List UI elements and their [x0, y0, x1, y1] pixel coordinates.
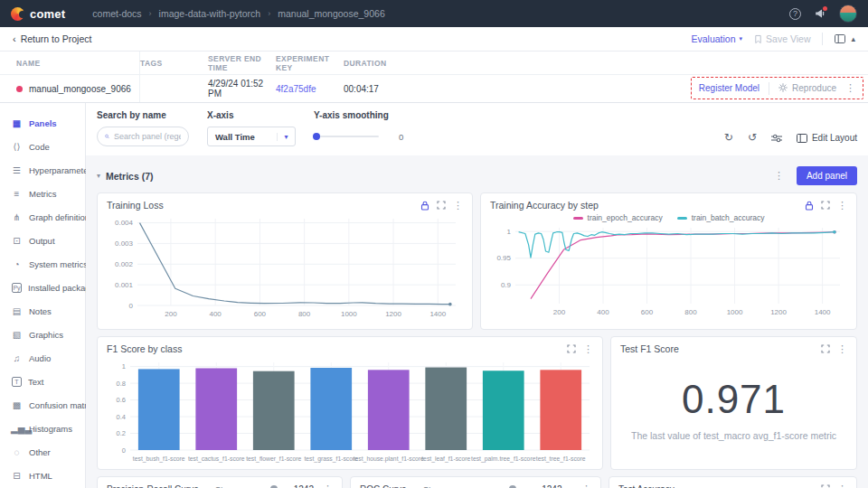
sidebar-item-metrics[interactable]: ≡Metrics	[0, 182, 85, 205]
refresh-icon[interactable]: ↻	[724, 132, 733, 143]
breadcrumb-item[interactable]: image-data-with-pytorch	[159, 8, 261, 19]
reproduce-button[interactable]: Reproduce	[778, 83, 836, 94]
return-to-project-label: Return to Project	[21, 33, 92, 44]
expand-icon[interactable]	[821, 484, 830, 488]
histograms-icon: ▂▅▃	[11, 424, 23, 434]
comet-logo[interactable]: comet	[11, 7, 65, 21]
sidebar-item-graphics[interactable]: ▧Graphics	[0, 323, 85, 346]
step-label: Step	[215, 484, 233, 488]
panel-more-menu-icon[interactable]: ⋮	[583, 344, 593, 354]
column-header-server-end-time: SERVER END TIME	[208, 54, 276, 72]
sidebar-item-code[interactable]: ⟨⟩Code	[0, 135, 85, 158]
edit-layout-label: Edit Layout	[812, 133, 857, 143]
sidebar-item-other[interactable]: ◌Other	[0, 440, 85, 464]
sidebar-item-audio[interactable]: ♫Audio	[0, 346, 85, 370]
hyperparameters-icon: ☰	[11, 165, 23, 175]
sidebar-item-output[interactable]: ⊡Output	[0, 229, 85, 252]
panel-title: ROC Curve	[360, 484, 407, 488]
expand-icon[interactable]	[437, 201, 446, 210]
sidebar-item-panels[interactable]: ▦Panels	[0, 111, 85, 135]
expand-icon[interactable]	[821, 344, 830, 353]
training-accuracy-chart: 2004006008001000120014000.90.951	[490, 224, 847, 318]
f1-by-class-title: F1 Score by class	[107, 343, 182, 354]
section-more-menu-icon[interactable]: ⋮	[774, 171, 784, 181]
training-loss-title: Training Loss	[107, 200, 164, 211]
step-slider[interactable]	[241, 484, 285, 488]
code-icon: ⟨⟩	[11, 142, 23, 152]
divider	[822, 33, 823, 45]
announcements-icon[interactable]	[815, 8, 826, 19]
sidebar-item-installed-packages[interactable]: PyInstalled packages	[0, 276, 85, 299]
view-selector-dropdown[interactable]: Evaluation ▾	[691, 33, 742, 44]
step-slider[interactable]	[449, 484, 533, 488]
sidebar-item-html[interactable]: ⊟HTML	[0, 464, 85, 487]
bookmark-icon	[754, 34, 762, 44]
output-icon: ⊡	[11, 236, 23, 246]
svg-text:0.95: 0.95	[496, 254, 511, 262]
expand-icon[interactable]	[821, 201, 830, 210]
register-model-button[interactable]: Register Model	[699, 83, 760, 93]
comet-logo-icon	[11, 7, 24, 21]
sidebar-item-label: Metrics	[29, 189, 57, 199]
help-icon[interactable]: ?	[789, 8, 801, 20]
filter-sliders-icon[interactable]	[771, 134, 782, 143]
f1-by-class-panel: F1 Score by class ⋮ 00.20.40.60.81test_b…	[97, 336, 603, 470]
svg-text:200: 200	[165, 310, 177, 318]
sidebar-item-hyperparameters[interactable]: ☰Hyperparameters	[0, 158, 85, 182]
save-view-button[interactable]: Save View	[754, 33, 810, 44]
smoothing-slider-handle[interactable]	[313, 133, 320, 140]
panel-more-menu-icon[interactable]: ⋮	[323, 484, 333, 488]
chevron-left-icon: ‹	[13, 33, 16, 44]
svg-text:test_grass_f1-score: test_grass_f1-score	[304, 455, 358, 463]
expand-icon[interactable]	[567, 344, 576, 353]
panel-more-menu-icon[interactable]: ⋮	[837, 344, 847, 354]
experiment-key-link[interactable]: 4f2a75dfe	[276, 84, 316, 94]
svg-text:1400: 1400	[815, 308, 831, 316]
test-f1-caption: The last value of test_macro avg_f1-scor…	[631, 430, 836, 441]
user-avatar[interactable]	[839, 5, 857, 23]
sidebar-item-graph-definition[interactable]: ⋔Graph definition	[0, 205, 85, 229]
svg-text:test_bush_f1-score: test_bush_f1-score	[133, 455, 185, 463]
add-panel-button[interactable]: Add panel	[797, 166, 857, 185]
panel-controls-bar: Search by name X-axis Wall Time ▾ Y-axis…	[86, 103, 868, 155]
auto-refresh-icon[interactable]: ↺	[748, 132, 757, 143]
legend-item-train_batch_accuracy[interactable]: train_batch_accuracy	[677, 213, 765, 222]
search-input[interactable]	[114, 132, 181, 141]
panel-more-menu-icon[interactable]: ⋮	[581, 484, 591, 488]
sidebar-item-label: Histograms	[29, 424, 72, 434]
confusion-matrix-icon: ▩	[11, 400, 23, 410]
sidebar-item-confusion-matrix[interactable]: ▩Confusion matrix	[0, 393, 85, 417]
layout-icon	[797, 134, 807, 143]
svg-text:400: 400	[209, 310, 222, 318]
sidebar-item-text[interactable]: TText	[0, 370, 85, 393]
svg-text:1400: 1400	[429, 310, 446, 318]
section-collapse-icon[interactable]: ▾	[97, 172, 100, 180]
panel-more-menu-icon[interactable]: ⋮	[837, 201, 847, 211]
graphics-icon: ▧	[11, 330, 23, 340]
smoothing-value: 0	[399, 132, 403, 142]
panel-more-menu-icon[interactable]: ⋮	[837, 484, 847, 488]
legend-item-train_epoch_accuracy[interactable]: train_epoch_accuracy	[573, 213, 663, 222]
chevron-down-icon: ▾	[277, 133, 295, 141]
sidebar-item-label: Notes	[29, 306, 52, 316]
svg-text:400: 400	[597, 308, 609, 316]
edit-layout-button[interactable]: Edit Layout	[797, 133, 857, 143]
panel-more-menu-icon[interactable]: ⋮	[453, 201, 463, 211]
breadcrumb-item[interactable]: comet-docs	[92, 8, 141, 19]
svg-text:test_tree_f1-score: test_tree_f1-score	[536, 455, 586, 463]
row-more-menu-icon[interactable]: ⋮	[845, 83, 855, 93]
view-mode-toggle[interactable]: ▴	[835, 34, 855, 43]
comet-logo-text: comet	[30, 7, 65, 21]
sidebar-item-system-metrics[interactable]: ◔System metrics	[0, 252, 85, 276]
sidebar-item-histograms[interactable]: ▂▅▃Histograms	[0, 417, 85, 440]
layout-icon	[835, 34, 845, 43]
return-to-project-link[interactable]: ‹ Return to Project	[13, 33, 91, 44]
lock-icon[interactable]	[805, 201, 814, 211]
smoothing-slider[interactable]	[314, 132, 379, 141]
sidebar-item-notes[interactable]: ▤Notes	[0, 299, 85, 323]
xaxis-select[interactable]: Wall Time ▾	[207, 127, 296, 146]
svg-text:test_cactus_f1-score: test_cactus_f1-score	[188, 455, 245, 463]
breadcrumb-item[interactable]: manual_mongoose_9066	[278, 8, 385, 19]
lock-icon[interactable]	[420, 201, 429, 211]
metrics-icon: ≡	[11, 189, 23, 199]
